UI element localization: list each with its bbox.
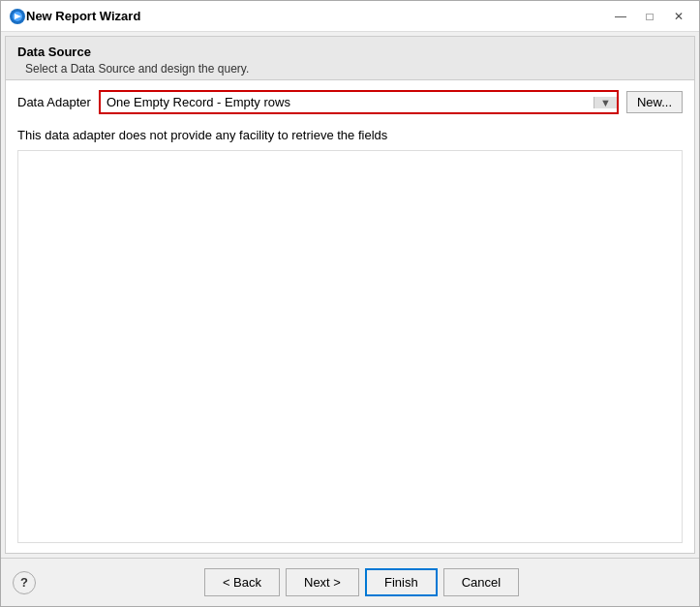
content-area — [17, 150, 683, 543]
new-adapter-button[interactable]: New... — [626, 91, 683, 113]
finish-button[interactable]: Finish — [365, 568, 438, 596]
form-area: Data Adapter One Empty Record - Empty ro… — [6, 80, 694, 553]
adapter-row: Data Adapter One Empty Record - Empty ro… — [17, 90, 683, 114]
back-button[interactable]: < Back — [204, 568, 280, 596]
section-header: Data Source Select a Data Source and des… — [6, 37, 694, 80]
dialog-content: Data Source Select a Data Source and des… — [5, 36, 695, 554]
maximize-button[interactable]: □ — [637, 7, 662, 26]
cancel-button[interactable]: Cancel — [443, 568, 519, 596]
window-controls: — □ ✕ — [608, 7, 691, 26]
adapter-select-value: One Empty Record - Empty rows — [101, 92, 593, 112]
wizard-icon — [9, 8, 26, 25]
info-text: This data adapter does not provide any f… — [17, 124, 683, 146]
section-title: Data Source — [17, 45, 683, 59]
help-button[interactable]: ? — [13, 571, 36, 594]
section-subtitle: Select a Data Source and design the quer… — [17, 62, 683, 76]
window-title: New Report Wizard — [26, 9, 608, 23]
adapter-dropdown-arrow[interactable]: ▼ — [593, 97, 617, 108]
adapter-label: Data Adapter — [17, 95, 91, 109]
next-button[interactable]: Next > — [286, 568, 359, 596]
footer: ? < Back Next > Finish Cancel — [1, 558, 699, 606]
main-window: New Report Wizard — □ ✕ Data Source Sele… — [0, 0, 700, 607]
minimize-button[interactable]: — — [608, 7, 633, 26]
title-bar: New Report Wizard — □ ✕ — [1, 1, 699, 32]
adapter-select-wrapper[interactable]: One Empty Record - Empty rows ▼ — [99, 90, 619, 114]
footer-buttons: < Back Next > Finish Cancel — [36, 568, 687, 596]
close-button[interactable]: ✕ — [666, 7, 691, 26]
